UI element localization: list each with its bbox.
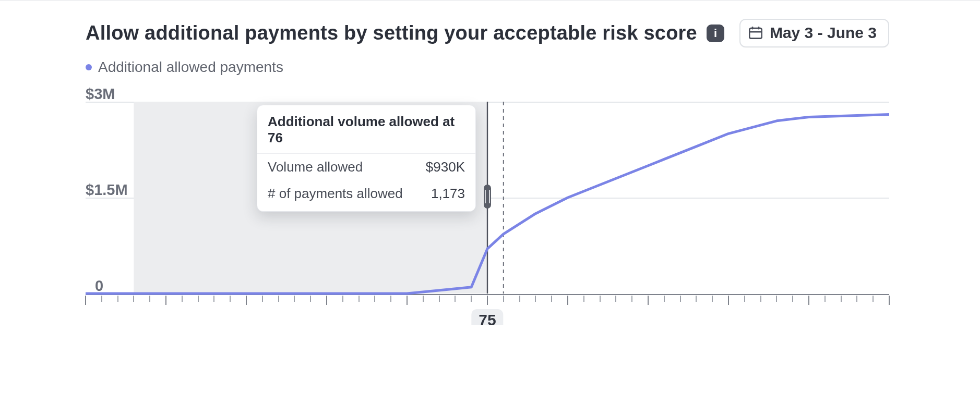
x-ticks — [86, 296, 889, 305]
svg-rect-3 — [758, 27, 759, 29]
tooltip-row-value: 1,173 — [431, 186, 465, 202]
info-icon[interactable]: i — [707, 25, 724, 42]
legend: Additional allowed payments — [86, 59, 889, 76]
legend-swatch — [86, 64, 92, 70]
chart-tooltip: Additional volume allowed at 76 Volume a… — [257, 105, 476, 212]
svg-rect-1 — [749, 31, 762, 33]
calendar-icon — [749, 27, 762, 39]
tooltip-row-label: Volume allowed — [268, 159, 363, 175]
svg-rect-0 — [749, 28, 762, 38]
tooltip-row-label: # of payments allowed — [268, 186, 403, 202]
threshold-slider-handle[interactable] — [484, 185, 491, 209]
legend-label: Additional allowed payments — [98, 59, 283, 76]
page-title: Allow additional payments by setting you… — [86, 22, 697, 44]
tooltip-row-value: $930K — [426, 159, 465, 175]
date-range-button[interactable]: May 3 - June 3 — [739, 19, 889, 47]
threshold-value-badge: 75 — [471, 309, 503, 325]
tooltip-title: Additional volume allowed at 76 — [257, 105, 475, 154]
date-range-label: May 3 - June 3 — [770, 24, 877, 42]
chart-area[interactable]: $3M $1.5M 0 Additional volume allowed at… — [86, 85, 889, 304]
svg-rect-2 — [752, 27, 754, 29]
